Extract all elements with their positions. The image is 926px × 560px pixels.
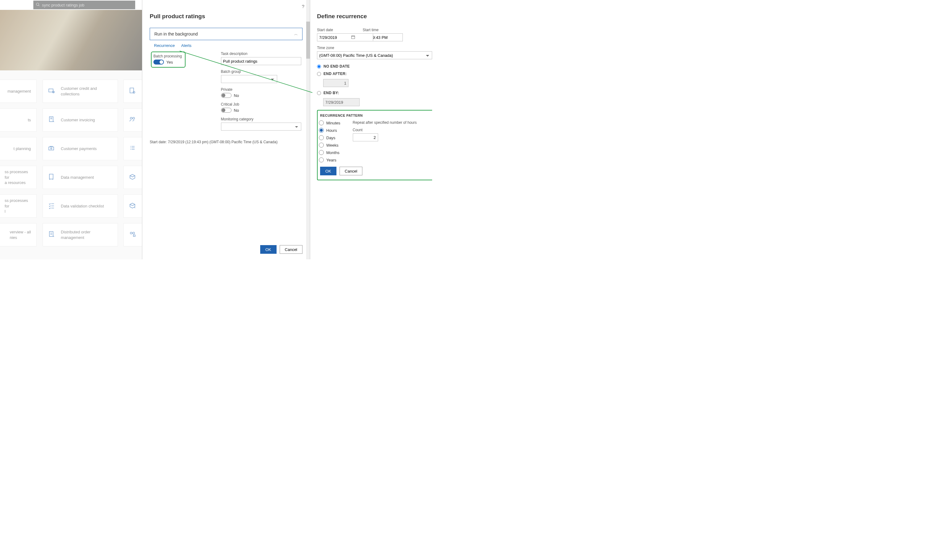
batch-processing-state: Yes xyxy=(166,60,173,65)
workspace-tile[interactable]: management xyxy=(0,80,37,103)
data-mgmt-icon xyxy=(48,173,56,182)
invoice-icon xyxy=(48,116,56,124)
workspace-tile[interactable]: Customer invoicing xyxy=(42,108,118,132)
end-by-value xyxy=(323,98,360,106)
scrollbar[interactable] xyxy=(306,0,310,259)
alerts-link[interactable]: Alerts xyxy=(181,43,191,48)
mid-cancel-button[interactable]: Cancel xyxy=(280,245,303,254)
recurrence-unit-minutes[interactable]: Minutes xyxy=(319,120,340,125)
batch-processing-label: Batch processing xyxy=(153,54,182,58)
workspace-tile[interactable]: t planning xyxy=(0,137,37,160)
tile-label: management xyxy=(8,89,31,94)
recurrence-ok-button[interactable]: OK xyxy=(320,167,336,176)
svg-rect-15 xyxy=(133,235,135,236)
recurrence-unit-label: Days xyxy=(326,136,336,140)
box-icon xyxy=(129,173,137,182)
recurrence-unit-months[interactable]: Months xyxy=(319,150,340,155)
recurrence-unit-radio[interactable] xyxy=(319,142,324,148)
people-icon xyxy=(129,116,137,124)
chevron-up-icon: ︿ xyxy=(294,32,298,37)
count-input[interactable] xyxy=(353,133,378,141)
recurrence-pattern-highlight: RECURRENCE PATTERN MinutesHoursDaysWeeks… xyxy=(317,110,432,180)
monitoring-label: Monitoring category xyxy=(221,117,301,121)
workspace-tile[interactable]: ss processes for a resources xyxy=(0,166,37,189)
timezone-select[interactable]: (GMT-08:00) Pacific Time (US & Canada) xyxy=(317,51,432,59)
workspace-tiles: management Customer credit and collectio… xyxy=(0,80,142,252)
workspace-tile[interactable]: verview - all nies xyxy=(0,223,37,246)
recurrence-unit-radio[interactable] xyxy=(319,150,324,155)
critical-toggle[interactable] xyxy=(221,108,232,113)
svg-rect-9 xyxy=(49,147,54,150)
critical-label: Critical Job xyxy=(221,102,301,106)
recurrence-unit-hours[interactable]: Hours xyxy=(319,128,340,133)
svg-point-8 xyxy=(133,117,135,119)
end-by-radio[interactable] xyxy=(317,91,321,95)
batch-group-select[interactable] xyxy=(221,75,277,83)
private-state: No xyxy=(234,93,239,98)
start-date-input[interactable] xyxy=(317,33,373,41)
recurrence-unit-radio[interactable] xyxy=(319,128,324,133)
end-after-radio[interactable] xyxy=(317,72,321,76)
run-background-header[interactable]: Run in the background ︿ xyxy=(150,28,303,40)
workspace-tile[interactable] xyxy=(124,223,142,246)
svg-point-10 xyxy=(51,148,52,149)
recurrence-pattern-title: RECURRENCE PATTERN xyxy=(320,114,431,117)
workspace-tile[interactable] xyxy=(124,80,142,103)
start-time-label: Start time xyxy=(363,28,403,32)
tile-label: ts xyxy=(28,117,31,123)
recurrence-cancel-button[interactable]: Cancel xyxy=(339,167,362,176)
recurrence-unit-years[interactable]: Years xyxy=(319,157,340,162)
svg-point-7 xyxy=(130,117,132,119)
recurrence-unit-label: Weeks xyxy=(326,143,339,148)
gear-doc-icon xyxy=(129,87,137,95)
workspace-tile[interactable]: Distributed order management xyxy=(42,223,118,246)
recurrence-unit-weeks[interactable]: Weeks xyxy=(319,142,340,148)
svg-point-0 xyxy=(36,3,39,5)
private-toggle[interactable] xyxy=(221,93,232,98)
workspace-tile[interactable] xyxy=(124,194,142,218)
monitoring-select[interactable] xyxy=(221,123,301,130)
mid-ok-button[interactable]: OK xyxy=(260,245,277,254)
people-lock-icon xyxy=(129,231,137,239)
workspace-tile[interactable] xyxy=(124,166,142,189)
workspace-tile[interactable] xyxy=(124,108,142,132)
recurrence-link[interactable]: Recurrence xyxy=(154,43,175,48)
batch-processing-toggle[interactable] xyxy=(153,60,164,65)
workspace-tile[interactable]: ts xyxy=(0,108,37,132)
recurrence-unit-label: Years xyxy=(326,158,336,162)
workspace-tile[interactable]: Data validation checklist xyxy=(42,194,118,218)
timezone-label: Time zone xyxy=(317,46,432,50)
tile-label: Data validation checklist xyxy=(61,203,104,209)
no-end-radio[interactable] xyxy=(317,65,321,68)
section-header-label: Run in the background xyxy=(154,32,198,36)
workspace-tile[interactable]: Customer credit and collections xyxy=(42,80,118,103)
task-description-input[interactable] xyxy=(221,57,301,65)
workspace-tile[interactable]: Customer payments xyxy=(42,137,118,160)
list-icon xyxy=(129,144,137,153)
scrollbar-thumb[interactable] xyxy=(306,21,310,59)
recurrence-unit-radio[interactable] xyxy=(319,120,324,125)
tile-label: Customer credit and collections xyxy=(61,86,113,97)
end-by-label: END BY: xyxy=(324,91,339,95)
tile-label: t planning xyxy=(14,146,31,151)
payments-icon xyxy=(48,144,56,153)
end-after-value xyxy=(323,79,348,87)
svg-point-13 xyxy=(130,232,132,234)
help-icon[interactable]: ? xyxy=(302,4,304,9)
panel-title: Pull product ratings xyxy=(150,13,303,20)
private-label: Private xyxy=(221,87,301,92)
order-doc-icon xyxy=(48,231,56,239)
recurrence-unit-radio[interactable] xyxy=(319,135,324,140)
svg-point-14 xyxy=(133,232,135,234)
recurrence-unit-label: Minutes xyxy=(326,121,340,125)
recurrence-unit-days[interactable]: Days xyxy=(319,135,340,140)
recurrence-units: MinutesHoursDaysWeeksMonthsYears xyxy=(319,120,340,162)
workspace-tile[interactable] xyxy=(124,137,142,160)
global-search[interactable]: sync product ratings job xyxy=(33,1,135,9)
batch-processing-highlight: Batch processing Yes xyxy=(151,51,186,68)
recurrence-unit-label: Months xyxy=(326,150,339,155)
svg-line-1 xyxy=(39,5,39,6)
workspace-tile[interactable]: Data management xyxy=(42,166,118,189)
workspace-tile[interactable]: ss processes for l xyxy=(0,194,37,218)
recurrence-unit-radio[interactable] xyxy=(319,157,324,162)
